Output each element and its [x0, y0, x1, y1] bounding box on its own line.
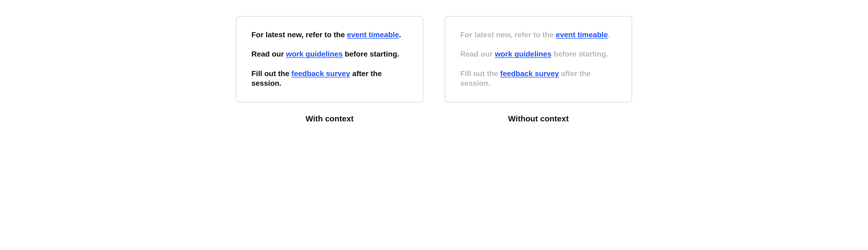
example-without-context: For latest new, refer to the event timea…	[445, 16, 632, 123]
link-feedback-survey[interactable]: feedback survey	[500, 70, 559, 78]
line-pre-text: Read our	[251, 50, 286, 58]
link-event-timeable[interactable]: event timeable	[347, 31, 399, 39]
line-pre-text: Fill out the	[251, 70, 291, 78]
line-pre-text: Read our	[460, 50, 495, 58]
panel-with-context: For latest new, refer to the event timea…	[236, 16, 423, 102]
text-line: For latest new, refer to the event timea…	[460, 30, 617, 40]
link-work-guidelines[interactable]: work guidelines	[495, 50, 552, 58]
line-pre-text: For latest new, refer to the	[251, 31, 347, 39]
line-pre-text: For latest new, refer to the	[460, 31, 556, 39]
panel-without-context: For latest new, refer to the event timea…	[445, 16, 632, 102]
caption-without-context: Without context	[508, 114, 569, 123]
caption-with-context: With context	[306, 114, 354, 123]
text-line: For latest new, refer to the event timea…	[251, 30, 408, 40]
text-line: Fill out the feedback survey after the s…	[460, 69, 617, 88]
line-post-text: .	[608, 31, 610, 39]
text-line: Read our work guidelines before starting…	[460, 49, 617, 59]
link-feedback-survey[interactable]: feedback survey	[291, 70, 350, 78]
line-pre-text: Fill out the	[460, 70, 500, 78]
text-line: Read our work guidelines before starting…	[251, 49, 408, 59]
line-post-text: .	[399, 31, 401, 39]
text-line: Fill out the feedback survey after the s…	[251, 69, 408, 88]
link-event-timeable[interactable]: event timeable	[556, 31, 608, 39]
example-with-context: For latest new, refer to the event timea…	[236, 16, 423, 123]
link-work-guidelines[interactable]: work guidelines	[286, 50, 343, 58]
line-post-text: before starting.	[343, 50, 400, 58]
line-post-text: before starting.	[552, 50, 608, 58]
